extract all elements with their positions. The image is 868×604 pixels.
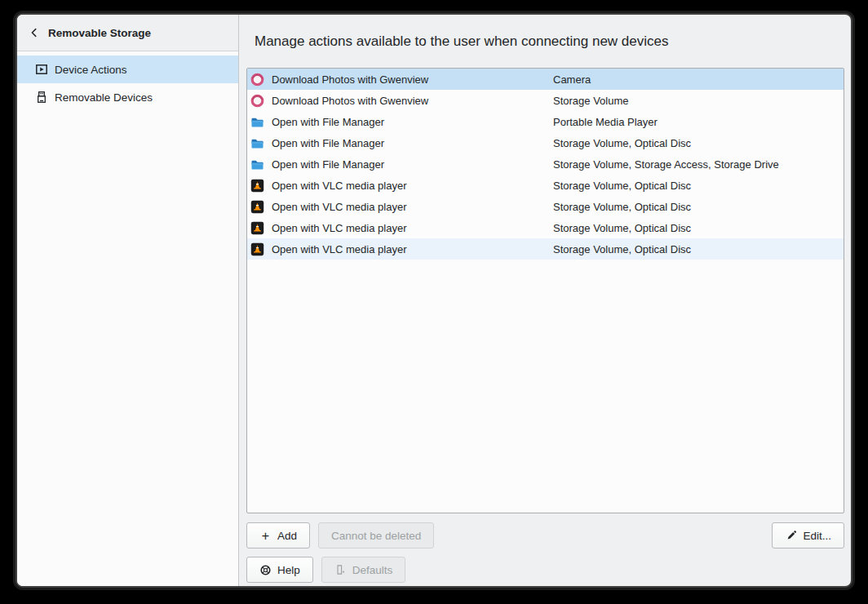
device-actions-list[interactable]: Download Photos with Gwenview Camera Dow…	[246, 68, 844, 513]
device-types-label: Storage Volume, Optical Disc	[553, 137, 844, 149]
folder-icon	[250, 158, 264, 171]
action-label: Open with VLC media player	[272, 201, 406, 213]
sidebar-header: Removable Storage	[17, 15, 238, 51]
main-pane: Manage actions available to the user whe…	[239, 15, 851, 586]
help-button[interactable]: Help	[246, 557, 313, 583]
action-cell: Open with VLC media player	[247, 200, 553, 214]
gwenview-icon	[250, 94, 264, 108]
page-title: Manage actions available to the user whe…	[246, 15, 844, 68]
action-list-row[interactable]: Open with File Manager Storage Volume, O…	[247, 132, 844, 153]
action-cell: Open with VLC media player	[247, 242, 553, 256]
action-list-row[interactable]: Download Photos with Gwenview Camera	[247, 69, 844, 90]
action-list-row[interactable]: Download Photos with Gwenview Storage Vo…	[247, 90, 844, 111]
gwenview-icon	[250, 73, 264, 87]
folder-icon	[250, 115, 264, 129]
button-row-bottom: Help Defaults	[246, 557, 844, 583]
chevron-left-icon	[29, 27, 40, 38]
action-list-row[interactable]: Open with VLC media player Storage Volum…	[247, 175, 844, 196]
button-row-top: + Add Cannot be deleted Edit...	[246, 522, 844, 548]
device-types-label: Storage Volume, Storage Access, Storage …	[553, 158, 844, 171]
edit-pencil-icon	[785, 530, 797, 542]
device-types-label: Storage Volume	[553, 95, 844, 107]
sidebar-item-label: Device Actions	[55, 64, 127, 76]
sidebar-item-label: Removable Devices	[55, 91, 153, 104]
action-list-row[interactable]: Open with VLC media player Storage Volum…	[247, 217, 844, 238]
sidebar-item-removable-devices[interactable]: Removable Devices	[17, 83, 238, 111]
action-label: Open with VLC media player	[272, 180, 406, 192]
defaults-button[interactable]: Defaults	[321, 557, 406, 583]
action-label: Open with File Manager	[272, 116, 384, 128]
sidebar-item-list: Device Actions Removable Devices	[17, 51, 238, 111]
remove-button[interactable]: Cannot be deleted	[318, 522, 434, 548]
action-list-row[interactable]: Open with VLC media player Storage Volum…	[247, 196, 844, 217]
action-cell: Open with File Manager	[247, 158, 553, 171]
back-button[interactable]	[28, 26, 41, 39]
removable-devices-icon	[35, 91, 48, 104]
settings-window: Removable Storage Device Actions	[16, 13, 852, 588]
help-lifering-icon	[259, 564, 272, 576]
defaults-document-icon	[334, 564, 347, 576]
device-types-label: Storage Volume, Optical Disc	[553, 222, 844, 234]
action-cell: Open with VLC media player	[247, 221, 553, 235]
add-button[interactable]: + Add	[246, 522, 310, 548]
vlc-icon	[250, 221, 264, 235]
action-cell: Download Photos with Gwenview	[247, 73, 553, 87]
action-label: Open with File Manager	[272, 137, 384, 149]
action-label: Download Photos with Gwenview	[272, 73, 428, 86]
folder-icon	[250, 136, 264, 150]
vlc-icon	[250, 179, 264, 193]
action-label: Open with VLC media player	[272, 222, 406, 234]
sidebar: Removable Storage Device Actions	[17, 15, 239, 586]
vlc-icon	[250, 242, 264, 256]
device-types-label: Storage Volume, Optical Disc	[553, 180, 844, 192]
action-cell: Open with File Manager	[247, 136, 553, 150]
sidebar-title: Removable Storage	[48, 27, 151, 39]
action-label: Download Photos with Gwenview	[272, 95, 428, 107]
device-types-label: Storage Volume, Optical Disc	[553, 243, 844, 255]
device-types-label: Storage Volume, Optical Disc	[553, 201, 844, 213]
edit-button[interactable]: Edit...	[772, 522, 844, 548]
action-list-row[interactable]: Open with VLC media player Storage Volum…	[247, 238, 844, 260]
action-list-row[interactable]: Open with File Manager Storage Volume, S…	[247, 153, 844, 175]
action-list-row[interactable]: Open with File Manager Portable Media Pl…	[247, 111, 844, 132]
sidebar-item-device-actions[interactable]: Device Actions	[17, 56, 238, 83]
device-types-label: Camera	[553, 73, 844, 86]
action-label: Open with VLC media player	[272, 243, 406, 255]
device-types-label: Portable Media Player	[553, 116, 844, 128]
device-actions-icon	[35, 63, 48, 76]
action-cell: Download Photos with Gwenview	[247, 94, 553, 108]
action-label: Open with File Manager	[272, 158, 384, 171]
plus-icon: +	[259, 530, 272, 542]
action-cell: Open with VLC media player	[247, 179, 553, 193]
vlc-icon	[250, 200, 264, 214]
action-cell: Open with File Manager	[247, 115, 553, 129]
